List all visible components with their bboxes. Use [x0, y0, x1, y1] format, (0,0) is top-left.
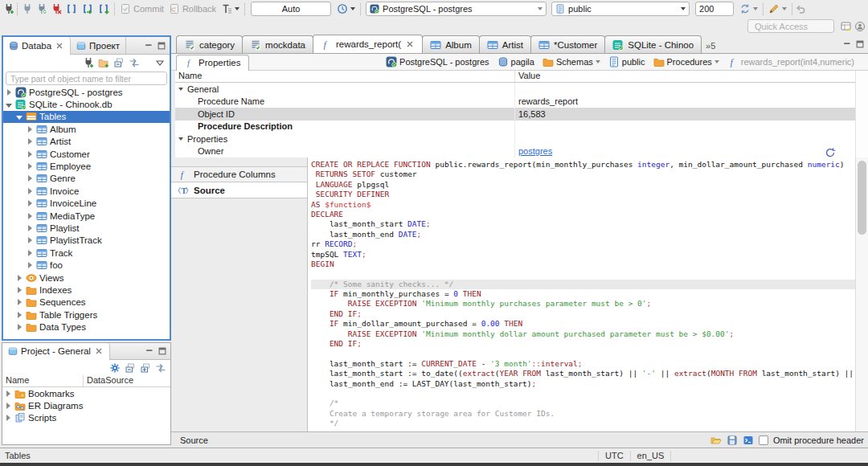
breadcrumb-item-rewards-report-int4-numeric[interactable]: frewards_report(int4,numeric)	[725, 55, 857, 68]
close-icon[interactable]	[55, 41, 64, 51]
connect-icon[interactable]	[22, 3, 33, 14]
code-line[interactable]	[311, 269, 855, 279]
more-tabs-indicator[interactable]: »5	[706, 41, 715, 53]
open-sql-script-icon[interactable]	[82, 3, 93, 14]
expand-arrow-icon[interactable]	[27, 126, 34, 133]
locale-indicator[interactable]: en_US	[631, 451, 672, 461]
column-datasource[interactable]: DataSource	[83, 375, 133, 386]
gear-icon[interactable]	[109, 362, 121, 374]
editor-tab-rewards-report[interactable]: frewards_report(	[313, 35, 423, 53]
column-name[interactable]: Name	[2, 375, 83, 386]
project-item-bookmarks[interactable]: Bookmarks	[2, 387, 170, 399]
tree-item-employee[interactable]: Employee	[3, 160, 170, 172]
tree-item-sequences[interactable]: Sequences	[3, 296, 170, 309]
project-item-er-diagrams[interactable]: ER Diagrams	[2, 399, 170, 411]
tree-item-sqlite-chinook-db[interactable]: SQLite - Chinook.db	[3, 98, 170, 110]
tab-projects[interactable]: Проект	[71, 37, 126, 55]
expand-arrow-icon[interactable]	[27, 175, 34, 182]
timezone-indicator[interactable]: UTC	[598, 451, 631, 461]
link-with-editor-icon[interactable]	[155, 362, 166, 374]
code-line[interactable]: */	[311, 419, 855, 428]
quick-access-input[interactable]: Quick Access	[747, 19, 834, 33]
expand-arrow-icon[interactable]	[16, 312, 23, 318]
expand-arrow-icon[interactable]	[27, 213, 34, 219]
code-line[interactable]: END IF;	[311, 339, 855, 349]
collapse-arrow-icon[interactable]	[16, 114, 23, 120]
editor-tab-artist[interactable]: Artist	[479, 35, 531, 53]
code-line[interactable]: IF min_dollar_amount_purchased = 0.00 TH…	[311, 319, 855, 329]
grid-row-general[interactable]: General	[175, 83, 855, 96]
expand-arrow-icon[interactable]	[27, 138, 34, 145]
code-line[interactable]: /*	[311, 399, 855, 408]
expand-arrow-icon[interactable]	[16, 287, 23, 293]
code-line[interactable]: last_month_end := LAST_DAY(last_month_st…	[311, 379, 855, 389]
expand-arrow-icon[interactable]	[16, 299, 23, 305]
code-line[interactable]: END IF;	[311, 309, 855, 319]
tree-item-views[interactable]: Views	[3, 272, 170, 284]
tree-item-genre[interactable]: Genre	[3, 173, 170, 185]
perspective-general-icon[interactable]	[854, 21, 866, 32]
rollback-button[interactable]: Rollback	[166, 1, 219, 17]
link-with-editor-icon[interactable]	[129, 57, 140, 68]
expand-arrow-icon[interactable]	[16, 324, 23, 330]
minimize-icon[interactable]	[145, 346, 154, 356]
tree-item-postgresql-postgres[interactable]: PostgreSQL - postgres	[3, 86, 170, 98]
maximize-icon[interactable]	[158, 346, 167, 356]
tab-properties[interactable]: f Properties	[176, 55, 249, 71]
scrollbar-thumb[interactable]	[858, 161, 866, 235]
breadcrumb-item-procedures[interactable]: Procedures	[651, 55, 722, 68]
expand-all-icon[interactable]	[140, 362, 151, 374]
grid-scrollbar[interactable]	[855, 71, 868, 157]
expand-arrow-icon[interactable]	[16, 275, 23, 281]
new-folder-icon[interactable]	[98, 57, 109, 68]
grid-value-link[interactable]: postgres	[518, 146, 552, 156]
minimize-icon[interactable]	[842, 39, 852, 49]
tab-project-general[interactable]: Project - General	[2, 343, 110, 360]
maximize-icon[interactable]	[855, 39, 865, 49]
tree-item-table-triggers[interactable]: Table Triggers	[3, 309, 170, 321]
tree-item-mediatype[interactable]: MediaType	[3, 210, 170, 222]
code-line[interactable]: IF min_monthly_purchases = 0 THEN	[311, 289, 855, 299]
refresh-button[interactable]	[737, 1, 760, 17]
code-line[interactable]: LANGUAGE plpgsql	[311, 180, 855, 190]
code-line[interactable]	[311, 389, 855, 399]
expand-arrow-icon[interactable]	[27, 163, 34, 170]
editor-tab-customer[interactable]: *Customer	[530, 35, 605, 53]
sql-editor-icon[interactable]	[66, 3, 77, 14]
code-line[interactable]: AS $function$	[311, 200, 855, 210]
grid-row-owner[interactable]: Ownerpostgres	[175, 145, 855, 158]
expand-arrow-icon[interactable]	[27, 225, 34, 231]
side-tab-procedure-columns[interactable]: fProcedure Columns	[171, 166, 307, 182]
code-line[interactable]: SECURITY DEFINER	[311, 190, 855, 199]
code-line[interactable]: RAISE EXCEPTION 'Minimum monthly purchas…	[311, 299, 855, 309]
view-menu-icon[interactable]	[154, 57, 166, 68]
grid-column-name[interactable]: Name	[175, 71, 514, 82]
collapse-all-icon[interactable]	[113, 57, 125, 68]
expand-arrow-icon[interactable]	[27, 188, 34, 194]
editor-tab-sqlite-chinoo[interactable]: SQLite - Chinoo	[604, 35, 702, 53]
collapse-all-icon[interactable]	[125, 362, 136, 374]
collapse-arrow-icon[interactable]	[6, 102, 13, 108]
code-line[interactable]: last_month_start DATE;	[311, 219, 855, 229]
expand-arrow-icon[interactable]	[6, 89, 13, 96]
side-tab-source[interactable]: TSource	[171, 182, 307, 198]
code-line[interactable]: last_month_end DATE;	[311, 230, 855, 239]
close-icon[interactable]	[405, 39, 415, 49]
tree-item-playlisttrack[interactable]: PlaylistTrack	[3, 235, 170, 247]
save-to-file-icon[interactable]	[727, 435, 738, 446]
breadcrumb-item-schemas[interactable]: Schemas	[540, 55, 603, 68]
grid-row-properties[interactable]: Properties	[175, 133, 855, 145]
tree-item-invoice[interactable]: Invoice	[3, 185, 170, 197]
new-connection-icon[interactable]	[3, 3, 14, 14]
tree-item-foo[interactable]: foo	[3, 259, 170, 271]
new-connection-icon[interactable]	[83, 57, 94, 68]
chevron-down-icon[interactable]	[714, 60, 719, 63]
code-line[interactable]: DECLARE	[311, 210, 855, 219]
code-line[interactable]: RAISE EXCEPTION 'Minimum monthly dollar …	[311, 329, 855, 339]
edit-button[interactable]	[766, 1, 789, 17]
source-bottom-tab[interactable]: Source	[171, 435, 208, 445]
code-line[interactable]: BEGIN	[311, 260, 855, 269]
txn-history-button[interactable]	[334, 1, 358, 17]
expand-arrow-icon[interactable]	[27, 200, 34, 206]
code-scrollbar[interactable]	[855, 157, 868, 431]
